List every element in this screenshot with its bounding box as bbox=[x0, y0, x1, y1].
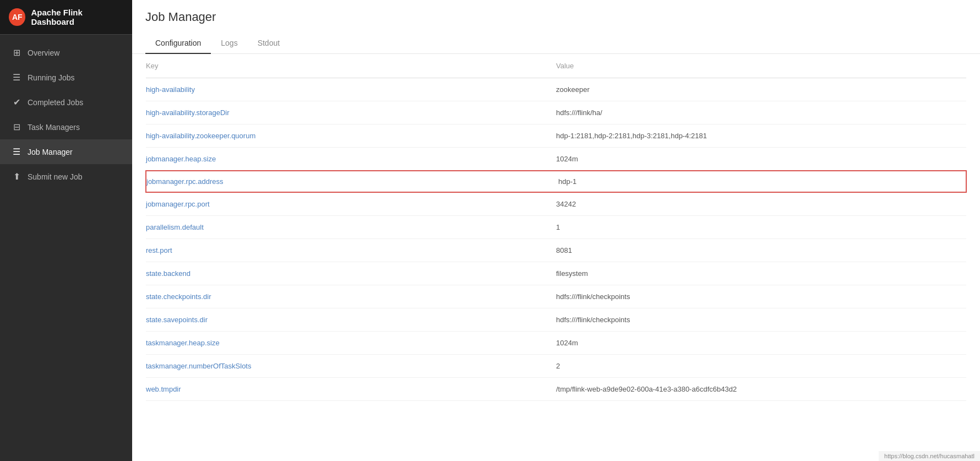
sidebar-item-task-managers[interactable]: ⊟ Task Managers bbox=[0, 115, 132, 139]
config-key: high-availability.storageDir bbox=[146, 101, 556, 124]
logo-text: AF bbox=[12, 13, 23, 21]
config-key: high-availability bbox=[146, 78, 556, 101]
table-row: state.backendfilesystem bbox=[146, 262, 966, 285]
nav-label-completed-jobs: Completed Jobs bbox=[28, 98, 83, 107]
table-row: jobmanager.heap.size1024m bbox=[146, 148, 966, 171]
nav-label-task-managers: Task Managers bbox=[28, 123, 80, 132]
config-key: jobmanager.heap.size bbox=[146, 148, 556, 171]
nav-icon-completed-jobs: ✔ bbox=[11, 97, 22, 107]
config-value: 1024m bbox=[556, 332, 966, 355]
config-value: hdfs:///flink/ha/ bbox=[556, 101, 966, 124]
tab-configuration[interactable]: Configuration bbox=[145, 33, 211, 54]
config-table-body: high-availabilityzookeeperhigh-availabil… bbox=[146, 78, 966, 401]
col-key: Key bbox=[146, 54, 556, 78]
nav-icon-task-managers: ⊟ bbox=[11, 122, 22, 132]
sidebar-item-job-manager[interactable]: ☰ Job Manager bbox=[0, 139, 132, 164]
config-key: state.backend bbox=[146, 262, 556, 285]
table-row: high-availability.storageDirhdfs:///flin… bbox=[146, 101, 966, 124]
sidebar-item-completed-jobs[interactable]: ✔ Completed Jobs bbox=[0, 90, 132, 115]
config-key: parallelism.default bbox=[146, 216, 556, 239]
sidebar-item-running-jobs[interactable]: ☰ Running Jobs bbox=[0, 65, 132, 90]
table-row: web.tmpdir/tmp/flink-web-a9de9e02-600a-4… bbox=[146, 378, 966, 401]
config-value: filesystem bbox=[556, 262, 966, 285]
config-value: /tmp/flink-web-a9de9e02-600a-41e3-a380-a… bbox=[556, 378, 966, 401]
nav-icon-overview: ⊞ bbox=[11, 47, 22, 58]
config-key: jobmanager.rpc.address bbox=[146, 171, 556, 192]
config-key: state.checkpoints.dir bbox=[146, 285, 556, 308]
status-bar-text: https://blog.csdn.net/hucasmahatl bbox=[884, 453, 974, 459]
config-value: hdp-1:2181,hdp-2:2181,hdp-3:2181,hdp-4:2… bbox=[556, 124, 966, 148]
config-value: 2 bbox=[556, 355, 966, 378]
content-area: Key Value high-availabilityzookeeperhigh… bbox=[132, 54, 980, 461]
config-value: 8081 bbox=[556, 239, 966, 262]
status-bar: https://blog.csdn.net/hucasmahatl bbox=[879, 451, 980, 461]
config-key: rest.port bbox=[146, 239, 556, 262]
app-logo: AF bbox=[9, 8, 25, 26]
sidebar-header: AF Apache Flink Dashboard bbox=[0, 0, 132, 35]
nav-icon-job-manager: ☰ bbox=[11, 147, 22, 157]
table-row: state.savepoints.dirhdfs:///flink/checkp… bbox=[146, 308, 966, 332]
nav-label-submit-new-job: Submit new Job bbox=[28, 172, 83, 181]
sidebar: AF Apache Flink Dashboard ⊞ Overview ☰ R… bbox=[0, 0, 132, 461]
sidebar-nav: ⊞ Overview ☰ Running Jobs ✔ Completed Jo… bbox=[0, 35, 132, 461]
config-key: taskmanager.numberOfTaskSlots bbox=[146, 355, 556, 378]
page-title: Job Manager bbox=[145, 10, 967, 24]
tabs-container: ConfigurationLogsStdout bbox=[145, 33, 967, 53]
table-row: jobmanager.rpc.port34242 bbox=[146, 192, 966, 216]
col-value: Value bbox=[556, 54, 966, 78]
config-key: web.tmpdir bbox=[146, 378, 556, 401]
tab-stdout[interactable]: Stdout bbox=[248, 33, 290, 54]
config-value: hdfs:///flink/checkpoints bbox=[556, 285, 966, 308]
config-key: jobmanager.rpc.port bbox=[146, 192, 556, 216]
table-row: high-availability.zookeeper.quorumhdp-1:… bbox=[146, 124, 966, 148]
table-row: state.checkpoints.dirhdfs:///flink/check… bbox=[146, 285, 966, 308]
table-row: jobmanager.rpc.addresshdp-1 bbox=[146, 171, 966, 192]
nav-icon-submit-new-job: ⬆ bbox=[11, 171, 22, 182]
config-value: 1 bbox=[556, 216, 966, 239]
nav-label-overview: Overview bbox=[28, 48, 59, 57]
nav-label-job-manager: Job Manager bbox=[28, 148, 73, 156]
tab-logs[interactable]: Logs bbox=[211, 33, 247, 54]
table-row: taskmanager.heap.size1024m bbox=[146, 332, 966, 355]
app-title: Apache Flink Dashboard bbox=[31, 8, 123, 26]
table-row: parallelism.default1 bbox=[146, 216, 966, 239]
config-value: 34242 bbox=[556, 192, 966, 216]
sidebar-item-submit-new-job[interactable]: ⬆ Submit new Job bbox=[0, 164, 132, 189]
nav-label-running-jobs: Running Jobs bbox=[28, 73, 75, 82]
table-row: high-availabilityzookeeper bbox=[146, 78, 966, 101]
config-value: hdp-1 bbox=[556, 171, 966, 192]
main-content: Job Manager ConfigurationLogsStdout Key … bbox=[132, 0, 980, 461]
config-key: taskmanager.heap.size bbox=[146, 332, 556, 355]
table-row: taskmanager.numberOfTaskSlots2 bbox=[146, 355, 966, 378]
page-header: Job Manager ConfigurationLogsStdout bbox=[132, 0, 980, 54]
config-key: high-availability.zookeeper.quorum bbox=[146, 124, 556, 148]
table-row: rest.port8081 bbox=[146, 239, 966, 262]
nav-icon-running-jobs: ☰ bbox=[11, 72, 22, 83]
config-value: hdfs:///flink/checkpoints bbox=[556, 308, 966, 332]
sidebar-item-overview[interactable]: ⊞ Overview bbox=[0, 40, 132, 65]
config-value: 1024m bbox=[556, 148, 966, 171]
config-value: zookeeper bbox=[556, 78, 966, 101]
config-key: state.savepoints.dir bbox=[146, 308, 556, 332]
config-table: Key Value high-availabilityzookeeperhigh… bbox=[145, 54, 967, 401]
